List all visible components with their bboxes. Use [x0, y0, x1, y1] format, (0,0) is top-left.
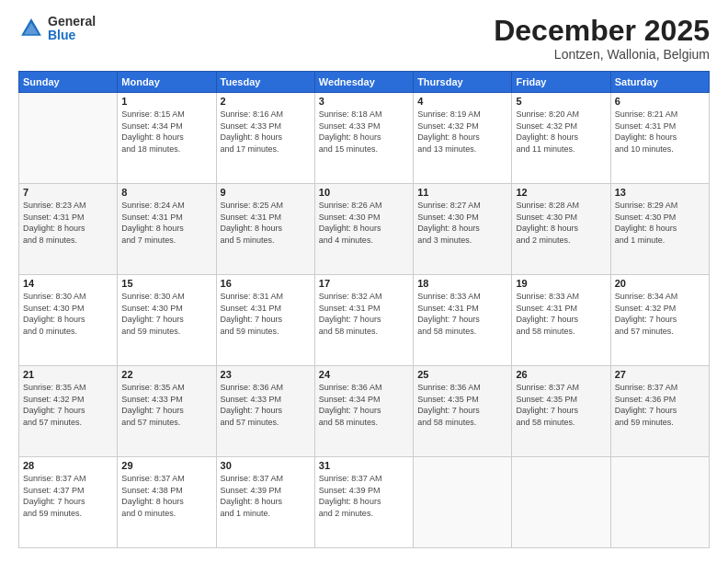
- day-number: 13: [615, 187, 705, 198]
- header-thursday: Thursday: [414, 72, 512, 93]
- logo: General Blue: [18, 15, 96, 43]
- day-info: Sunrise: 8:19 AM Sunset: 4:32 PM Dayligh…: [417, 109, 507, 155]
- day-number: 23: [221, 369, 311, 380]
- day-info: Sunrise: 8:35 AM Sunset: 4:33 PM Dayligh…: [121, 382, 211, 428]
- logo-blue: Blue: [48, 29, 96, 42]
- day-number: 17: [319, 278, 409, 289]
- location: Lontzen, Wallonia, Belgium: [494, 47, 710, 62]
- calendar-cell: 3Sunrise: 8:18 AM Sunset: 4:33 PM Daylig…: [314, 93, 413, 184]
- day-info: Sunrise: 8:27 AM Sunset: 4:30 PM Dayligh…: [417, 200, 507, 246]
- day-number: 19: [516, 278, 606, 289]
- day-info: Sunrise: 8:34 AM Sunset: 4:32 PM Dayligh…: [615, 291, 705, 337]
- calendar-week-5: 28Sunrise: 8:37 AM Sunset: 4:37 PM Dayli…: [19, 457, 710, 548]
- calendar-cell: 9Sunrise: 8:25 AM Sunset: 4:31 PM Daylig…: [216, 184, 314, 275]
- calendar: Sunday Monday Tuesday Wednesday Thursday…: [18, 71, 710, 548]
- day-info: Sunrise: 8:15 AM Sunset: 4:34 PM Dayligh…: [121, 109, 211, 155]
- calendar-cell: 24Sunrise: 8:36 AM Sunset: 4:34 PM Dayli…: [314, 366, 413, 457]
- calendar-cell: 23Sunrise: 8:36 AM Sunset: 4:33 PM Dayli…: [216, 366, 314, 457]
- calendar-cell: [610, 457, 709, 548]
- logo-text: General Blue: [48, 15, 96, 43]
- day-info: Sunrise: 8:36 AM Sunset: 4:34 PM Dayligh…: [319, 382, 409, 428]
- header-friday: Friday: [512, 72, 610, 93]
- day-info: Sunrise: 8:18 AM Sunset: 4:33 PM Dayligh…: [319, 109, 409, 155]
- day-number: 31: [319, 460, 409, 471]
- calendar-cell: 11Sunrise: 8:27 AM Sunset: 4:30 PM Dayli…: [414, 184, 512, 275]
- calendar-cell: 7Sunrise: 8:23 AM Sunset: 4:31 PM Daylig…: [19, 184, 118, 275]
- day-number: 26: [516, 369, 606, 380]
- calendar-cell: 1Sunrise: 8:15 AM Sunset: 4:34 PM Daylig…: [118, 93, 216, 184]
- calendar-cell: 17Sunrise: 8:32 AM Sunset: 4:31 PM Dayli…: [314, 275, 413, 366]
- day-number: 14: [23, 278, 113, 289]
- day-number: 27: [615, 369, 705, 380]
- day-number: 2: [221, 96, 311, 107]
- calendar-cell: 10Sunrise: 8:26 AM Sunset: 4:30 PM Dayli…: [314, 184, 413, 275]
- calendar-cell: 14Sunrise: 8:30 AM Sunset: 4:30 PM Dayli…: [19, 275, 118, 366]
- page: General Blue December 2025 Lontzen, Wall…: [0, 0, 728, 563]
- day-info: Sunrise: 8:21 AM Sunset: 4:31 PM Dayligh…: [615, 109, 705, 155]
- day-number: 15: [121, 278, 211, 289]
- calendar-cell: 8Sunrise: 8:24 AM Sunset: 4:31 PM Daylig…: [118, 184, 216, 275]
- day-number: 25: [417, 369, 507, 380]
- calendar-cell: 30Sunrise: 8:37 AM Sunset: 4:39 PM Dayli…: [216, 457, 314, 548]
- day-info: Sunrise: 8:31 AM Sunset: 4:31 PM Dayligh…: [221, 291, 311, 337]
- day-info: Sunrise: 8:28 AM Sunset: 4:30 PM Dayligh…: [516, 200, 606, 246]
- calendar-cell: 13Sunrise: 8:29 AM Sunset: 4:30 PM Dayli…: [610, 184, 709, 275]
- day-info: Sunrise: 8:37 AM Sunset: 4:36 PM Dayligh…: [615, 382, 705, 428]
- header: General Blue December 2025 Lontzen, Wall…: [18, 15, 710, 62]
- day-info: Sunrise: 8:26 AM Sunset: 4:30 PM Dayligh…: [319, 200, 409, 246]
- day-info: Sunrise: 8:30 AM Sunset: 4:30 PM Dayligh…: [121, 291, 211, 337]
- day-number: 21: [23, 369, 113, 380]
- day-number: 18: [417, 278, 507, 289]
- day-number: 6: [615, 96, 705, 107]
- calendar-cell: 12Sunrise: 8:28 AM Sunset: 4:30 PM Dayli…: [512, 184, 610, 275]
- day-number: 8: [121, 187, 211, 198]
- day-info: Sunrise: 8:36 AM Sunset: 4:35 PM Dayligh…: [417, 382, 507, 428]
- day-info: Sunrise: 8:33 AM Sunset: 4:31 PM Dayligh…: [516, 291, 606, 337]
- calendar-cell: 5Sunrise: 8:20 AM Sunset: 4:32 PM Daylig…: [512, 93, 610, 184]
- logo-icon: [18, 16, 44, 41]
- calendar-cell: 15Sunrise: 8:30 AM Sunset: 4:30 PM Dayli…: [118, 275, 216, 366]
- calendar-cell: [19, 93, 118, 184]
- calendar-cell: 4Sunrise: 8:19 AM Sunset: 4:32 PM Daylig…: [414, 93, 512, 184]
- day-info: Sunrise: 8:29 AM Sunset: 4:30 PM Dayligh…: [615, 200, 705, 246]
- header-tuesday: Tuesday: [216, 72, 314, 93]
- day-number: 29: [121, 460, 211, 471]
- day-number: 7: [23, 187, 113, 198]
- header-monday: Monday: [118, 72, 216, 93]
- weekday-header-row: Sunday Monday Tuesday Wednesday Thursday…: [19, 72, 710, 93]
- calendar-cell: 18Sunrise: 8:33 AM Sunset: 4:31 PM Dayli…: [414, 275, 512, 366]
- calendar-cell: 27Sunrise: 8:37 AM Sunset: 4:36 PM Dayli…: [610, 366, 709, 457]
- day-number: 4: [417, 96, 507, 107]
- calendar-week-4: 21Sunrise: 8:35 AM Sunset: 4:32 PM Dayli…: [19, 366, 710, 457]
- day-number: 1: [121, 96, 211, 107]
- day-info: Sunrise: 8:37 AM Sunset: 4:38 PM Dayligh…: [121, 473, 211, 519]
- header-saturday: Saturday: [610, 72, 709, 93]
- calendar-cell: 20Sunrise: 8:34 AM Sunset: 4:32 PM Dayli…: [610, 275, 709, 366]
- day-info: Sunrise: 8:32 AM Sunset: 4:31 PM Dayligh…: [319, 291, 409, 337]
- day-number: 28: [23, 460, 113, 471]
- title-area: December 2025 Lontzen, Wallonia, Belgium: [494, 15, 710, 62]
- day-info: Sunrise: 8:33 AM Sunset: 4:31 PM Dayligh…: [417, 291, 507, 337]
- day-info: Sunrise: 8:23 AM Sunset: 4:31 PM Dayligh…: [23, 200, 113, 246]
- month-title: December 2025: [494, 15, 710, 47]
- day-number: 30: [221, 460, 311, 471]
- header-wednesday: Wednesday: [314, 72, 413, 93]
- day-info: Sunrise: 8:35 AM Sunset: 4:32 PM Dayligh…: [23, 382, 113, 428]
- calendar-week-3: 14Sunrise: 8:30 AM Sunset: 4:30 PM Dayli…: [19, 275, 710, 366]
- day-number: 16: [221, 278, 311, 289]
- calendar-cell: [414, 457, 512, 548]
- day-number: 10: [319, 187, 409, 198]
- day-number: 11: [417, 187, 507, 198]
- day-number: 9: [221, 187, 311, 198]
- day-number: 12: [516, 187, 606, 198]
- day-info: Sunrise: 8:30 AM Sunset: 4:30 PM Dayligh…: [23, 291, 113, 337]
- day-number: 5: [516, 96, 606, 107]
- calendar-cell: [512, 457, 610, 548]
- day-info: Sunrise: 8:36 AM Sunset: 4:33 PM Dayligh…: [221, 382, 311, 428]
- day-info: Sunrise: 8:25 AM Sunset: 4:31 PM Dayligh…: [221, 200, 311, 246]
- calendar-cell: 21Sunrise: 8:35 AM Sunset: 4:32 PM Dayli…: [19, 366, 118, 457]
- header-sunday: Sunday: [19, 72, 118, 93]
- calendar-cell: 2Sunrise: 8:16 AM Sunset: 4:33 PM Daylig…: [216, 93, 314, 184]
- calendar-cell: 22Sunrise: 8:35 AM Sunset: 4:33 PM Dayli…: [118, 366, 216, 457]
- day-number: 20: [615, 278, 705, 289]
